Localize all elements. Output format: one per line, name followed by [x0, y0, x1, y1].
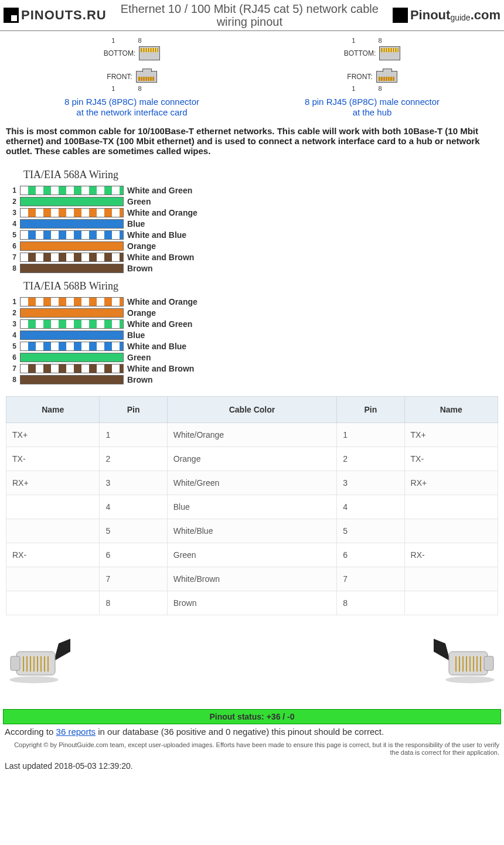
svg-rect-14 — [484, 656, 493, 670]
wire-number: 7 — [6, 253, 16, 261]
wire-number: 5 — [6, 342, 16, 350]
svg-marker-0 — [54, 639, 70, 661]
page-title: Ethernet 10 / 100 Mbit (RJ45 cat 5) netw… — [113, 2, 387, 28]
wire-color-bar — [20, 197, 124, 206]
connector-right-link[interactable]: 8 pin RJ45 (8P8C) male connectorat the h… — [305, 97, 440, 118]
svg-rect-13 — [449, 652, 488, 675]
table-row: RX-6Green6RX- — [6, 543, 498, 567]
table-row: 8Brown8 — [6, 591, 498, 615]
table-cell: White/Orange — [167, 423, 336, 447]
table-header: Pin — [100, 397, 167, 423]
wire-row: 6Green — [6, 353, 498, 362]
connector-front-icon — [136, 71, 157, 83]
wire-label: Green — [127, 353, 151, 362]
table-cell — [6, 591, 100, 615]
table-cell — [404, 519, 498, 543]
wire-color-bar — [20, 230, 124, 240]
wiring-568a-rows: 1White and Green2Green3White and Orange4… — [6, 186, 498, 273]
table-cell: 3 — [337, 471, 404, 495]
wiring-568b-title: TIA/EIA 568B Wiring — [23, 280, 498, 292]
logo-left-icon — [4, 8, 19, 23]
wire-color-bar — [20, 375, 124, 384]
page-header: PINOUTS.RU Ethernet 10 / 100 Mbit (RJ45 … — [0, 0, 504, 31]
wire-row: 7White and Brown — [6, 253, 498, 262]
wire-row: 8Brown — [6, 264, 498, 273]
table-cell: White/Blue — [167, 519, 336, 543]
wire-color-bar — [20, 264, 124, 273]
table-cell: 6 — [337, 543, 404, 567]
wiring-568a: TIA/EIA 568A Wiring 1White and Green2Gre… — [0, 169, 504, 273]
wire-number: 5 — [6, 231, 16, 239]
copyright-text: Copyright © by PinoutGuide.com team, exc… — [0, 739, 504, 759]
plug-photos — [0, 621, 504, 709]
table-cell: 5 — [100, 519, 167, 543]
pin-numbers-bottom: 1 8 — [352, 85, 392, 92]
table-row: TX+1White/Orange1TX+ — [6, 423, 498, 447]
wire-label: White and Green — [127, 319, 192, 329]
wire-number: 2 — [6, 197, 16, 206]
wire-number: 3 — [6, 320, 16, 328]
table-cell: 8 — [100, 591, 167, 615]
front-label: FRONT: — [347, 73, 372, 81]
table-cell: Green — [167, 543, 336, 567]
table-cell — [6, 519, 100, 543]
wire-row: 2Green — [6, 197, 498, 206]
wire-number: 2 — [6, 309, 16, 317]
connector-front-icon — [376, 71, 397, 83]
wire-color-bar — [20, 308, 124, 318]
logo-left-text: PINOUTS.RU — [21, 8, 107, 23]
table-header: Name — [6, 397, 100, 423]
table-row: RX+3White/Green3RX+ — [6, 471, 498, 495]
wire-number: 4 — [6, 331, 16, 339]
wire-label: White and Brown — [127, 253, 194, 262]
connector-left-link[interactable]: 8 pin RJ45 (8P8C) male connectorat the n… — [64, 97, 199, 118]
wire-number: 6 — [6, 242, 16, 250]
wire-number: 8 — [6, 264, 16, 272]
wire-label: White and Brown — [127, 364, 194, 373]
logo-pinouts-ru[interactable]: PINOUTS.RU — [4, 8, 107, 23]
table-row: TX-2Orange2TX- — [6, 447, 498, 471]
wire-number: 6 — [6, 353, 16, 362]
connector-diagrams: 1 8 BOTTOM: FRONT: 1 8 8 pin RJ45 (8P8C)… — [0, 31, 504, 122]
wire-number: 1 — [6, 298, 16, 306]
svg-rect-2 — [11, 656, 20, 670]
wire-number: 4 — [6, 220, 16, 228]
table-cell — [404, 495, 498, 519]
wire-color-bar — [20, 297, 124, 306]
table-cell: 1 — [100, 423, 167, 447]
wire-label: White and Blue — [127, 342, 186, 351]
wire-label: White and Blue — [127, 230, 186, 240]
rj45-plug-left-icon — [6, 639, 70, 686]
reports-link[interactable]: 36 reports — [56, 727, 96, 737]
wire-row: 5White and Blue — [6, 230, 498, 240]
wire-row: 7White and Brown — [6, 364, 498, 373]
svg-point-11 — [9, 676, 59, 683]
wire-label: Blue — [127, 219, 145, 229]
wire-color-bar — [20, 253, 124, 262]
table-cell: 3 — [100, 471, 167, 495]
status-bar: Pinout status: +36 / -0 — [3, 709, 501, 724]
table-cell: TX+ — [6, 423, 100, 447]
table-cell: 4 — [337, 495, 404, 519]
table-cell: 7 — [337, 567, 404, 591]
wire-color-bar — [20, 330, 124, 340]
wire-label: Brown — [127, 264, 153, 273]
wire-color-bar — [20, 241, 124, 251]
bottom-label: BOTTOM: — [344, 49, 376, 57]
bottom-label: BOTTOM: — [104, 49, 135, 57]
rj45-plug-right-icon — [434, 639, 498, 686]
logo-pinoutguide[interactable]: Pinoutguide.com — [393, 8, 500, 23]
table-row: 4Blue4 — [6, 495, 498, 519]
wire-row: 3White and Orange — [6, 208, 498, 217]
table-cell: White/Brown — [167, 567, 336, 591]
wire-row: 3White and Green — [6, 319, 498, 329]
wire-label: White and Green — [127, 186, 192, 195]
table-cell: RX+ — [6, 471, 100, 495]
last-updated: Last updated 2018-05-03 12:39:20. — [0, 759, 504, 780]
table-cell: Brown — [167, 591, 336, 615]
pin-numbers-top: 1 8 — [111, 37, 152, 44]
wire-number: 1 — [6, 186, 16, 195]
svg-marker-12 — [434, 639, 450, 661]
table-cell — [404, 591, 498, 615]
wire-number: 7 — [6, 364, 16, 373]
